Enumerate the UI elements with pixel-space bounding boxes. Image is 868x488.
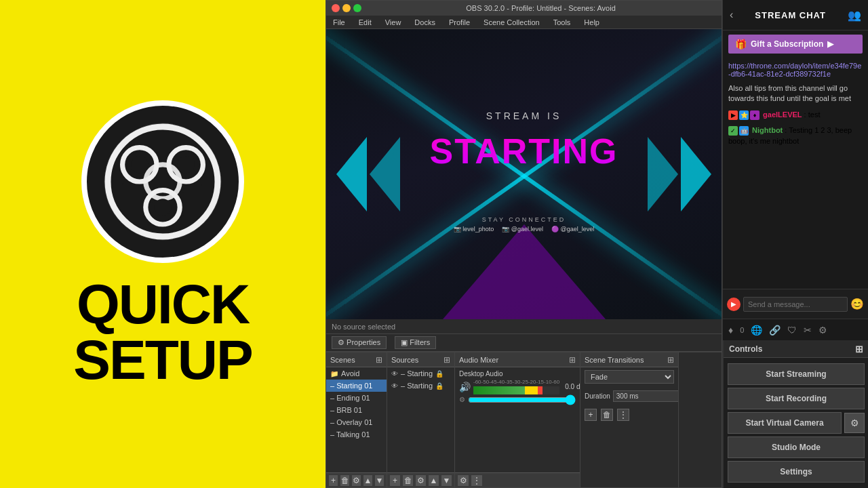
folder-icon: 📁 [330, 370, 338, 378]
audio-track-desktop: Desktop Audio 🔊 -60 -50 -45 -40 -35 [455, 367, 580, 406]
scene-item-overlay01[interactable]: – Overlay 01 [326, 416, 387, 428]
chat-globe-icon[interactable]: 🌐 [751, 325, 762, 336]
audio-mute-button[interactable]: 🔊 [459, 382, 471, 392]
scenes-add-button[interactable]: + [329, 475, 338, 486]
studio-mode-button[interactable]: Studio Mode [728, 436, 865, 458]
scene-transitions-panel: Scene Transitions ⊞ Fade Cut Duration [580, 352, 679, 487]
menu-file[interactable]: File [330, 17, 348, 28]
chat-emoji-button[interactable]: 😊 [850, 298, 864, 310]
chat-filter-icon[interactable]: ✂ [804, 325, 812, 336]
stream-is-text: STREAM IS [486, 110, 561, 121]
duration-label: Duration [585, 392, 610, 400]
audio-volume-slider[interactable] [468, 397, 576, 403]
transition-delete-button[interactable]: 🗑 [601, 409, 613, 421]
scenes-delete-button[interactable]: 🗑 [340, 475, 349, 486]
start-recording-button[interactable]: Start Recording [728, 388, 865, 409]
meter-yellow [525, 386, 538, 394]
menu-help[interactable]: Help [581, 17, 602, 28]
audio-mixer-header: Audio Mixer ⊞ [455, 352, 580, 367]
start-virtual-camera-button[interactable]: Start Virtual Camera [728, 412, 842, 434]
title-bar: OBS 30.2.0 - Profile: Untitled - Scenes:… [326, 1, 722, 16]
audio-panel-icon[interactable]: ⊞ [569, 355, 576, 365]
chat-link-icon[interactable]: 🔗 [769, 325, 781, 336]
virtual-camera-settings-icon[interactable]: ⚙ [844, 413, 865, 433]
scenes-panel-footer: + 🗑 ⚙ ▲ ▼ [326, 472, 387, 487]
scene-item-starting01[interactable]: – Starting 01 [326, 380, 387, 392]
close-button[interactable] [332, 4, 340, 12]
audio-mixer-label: Audio Mixer [459, 356, 498, 364]
menu-scene-collection[interactable]: Scene Collection [481, 17, 542, 28]
stay-connected-section: STAY CONNECTED 📷 level_photo 📷 @gael.lev… [454, 216, 594, 232]
virtual-camera-row: Start Virtual Camera ⚙ [728, 412, 865, 434]
filters-button[interactable]: ▣ Filters [395, 336, 436, 349]
scene-item-avoid[interactable]: 📁 Avoid [326, 367, 387, 380]
gift-icon: 🎁 [735, 39, 747, 49]
transitions-panel-icon[interactable]: ⊞ [667, 355, 674, 365]
menu-docks[interactable]: Docks [412, 17, 438, 28]
audio-settings-icon[interactable]: ⚙ [459, 396, 465, 403]
transition-more-button[interactable]: ⋮ [617, 409, 629, 421]
maximize-button[interactable] [353, 4, 361, 12]
audio-more-button[interactable]: ⋮ [471, 475, 482, 486]
sources-list: 👁 – Starting 🔒 👁 – Starting 🔒 [387, 367, 454, 472]
audio-link-button[interactable]: ⚙ [458, 475, 469, 486]
audio-track-name: Desktop Audio [459, 370, 576, 378]
chat-back-button[interactable]: ‹ [730, 9, 733, 21]
audio-controls: ⚙ [459, 396, 576, 403]
duration-row: Duration ▲ ▼ [580, 386, 678, 406]
obs-logo-icon [102, 121, 224, 243]
source-item-2[interactable]: 👁 – Starting 🔒 [387, 380, 454, 392]
chat-text-gael: test [808, 110, 821, 119]
chat-input-row: ▶ 😊 [723, 289, 868, 319]
transitions-header: Scene Transitions ⊞ [580, 352, 678, 367]
eye-icon-1: 👁 [391, 370, 398, 378]
sources-panel-icon[interactable]: ⊞ [443, 355, 450, 365]
menu-profile[interactable]: Profile [446, 17, 473, 28]
badge-mod: ⭐ [739, 110, 749, 120]
transition-dropdown[interactable]: Fade Cut [585, 370, 674, 384]
sources-label: Sources [391, 356, 418, 364]
controls-expand-icon[interactable]: ⊞ [855, 344, 863, 354]
sources-up-button[interactable]: ▲ [429, 475, 439, 486]
quick-label: QUICK [73, 277, 252, 332]
settings-button[interactable]: Settings [728, 461, 865, 483]
preview-area: STREAM IS STARTING STAY CONNECTED 📷 leve… [326, 29, 722, 319]
meter-green [473, 386, 525, 394]
chat-points-icon[interactable]: ♦ [728, 325, 733, 336]
chat-settings-icon[interactable]: ⚙ [818, 325, 827, 336]
chat-shield-icon[interactable]: 🛡 [787, 325, 797, 336]
menu-edit[interactable]: Edit [356, 17, 374, 28]
gift-subscription-button[interactable]: 🎁 Gift a Subscription ▶ [728, 35, 863, 54]
sources-delete-button[interactable]: 🗑 [403, 475, 413, 486]
sources-settings-button[interactable]: ⚙ [416, 475, 426, 486]
chat-users-icon[interactable]: 👥 [848, 9, 861, 22]
chat-toolbar: ♦ 0 🌐 🔗 🛡 ✂ ⚙ [723, 319, 868, 340]
scenes-down-button[interactable]: ▼ [375, 475, 384, 486]
scenes-settings-button[interactable]: ⚙ [352, 475, 361, 486]
points-count: 0 [740, 326, 744, 334]
scene-item-brb01[interactable]: – BRB 01 [326, 404, 387, 416]
sources-add-button[interactable]: + [390, 475, 400, 486]
scene-item-ending01[interactable]: – Ending 01 [326, 392, 387, 404]
sources-panel: Sources ⊞ 👁 – Starting 🔒 👁 – Starting 🔒 [387, 352, 455, 487]
properties-button[interactable]: ⚙ Properties [332, 336, 387, 349]
duration-input[interactable] [613, 390, 678, 402]
chat-input[interactable] [743, 297, 848, 312]
social-twitter: 🟣 @gael_level [551, 226, 594, 232]
start-streaming-button[interactable]: Start Streaming [728, 363, 865, 385]
transition-select-row: Fade Cut [580, 367, 678, 386]
menu-view[interactable]: View [382, 17, 404, 28]
obs-window: OBS 30.2.0 - Profile: Untitled - Scenes:… [326, 0, 722, 488]
scenes-up-button[interactable]: ▲ [363, 475, 372, 486]
username-nightbot: Nightbot [752, 126, 783, 134]
sources-down-button[interactable]: ▼ [441, 475, 452, 486]
source-item-1[interactable]: 👁 – Starting 🔒 [387, 367, 454, 380]
audio-mixer-panel: Audio Mixer ⊞ Desktop Audio 🔊 -60 -50 [455, 352, 580, 487]
scenes-panel-icon[interactable]: ⊞ [376, 355, 382, 365]
chat-input-badge: ▶ [727, 298, 741, 311]
menu-tools[interactable]: Tools [551, 17, 574, 28]
scene-item-talking01[interactable]: – Talking 01 [326, 428, 387, 441]
transition-add-button[interactable]: + [585, 409, 597, 421]
minimize-button[interactable] [342, 4, 351, 12]
stream-graphic: STREAM IS STARTING STAY CONNECTED 📷 leve… [326, 29, 722, 319]
